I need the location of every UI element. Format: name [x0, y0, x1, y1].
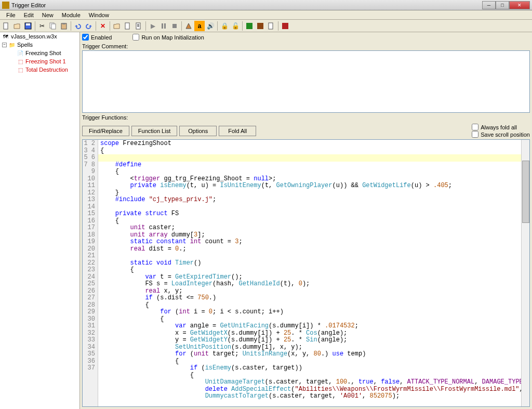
- window-title: Trigger Editor: [11, 2, 482, 8]
- tree-root[interactable]: 🗺 vJass_lesson.w3x: [0, 32, 79, 41]
- close-button[interactable]: ✕: [509, 1, 530, 9]
- tool-icon-4[interactable]: [255, 21, 265, 31]
- vertical-scrollbar[interactable]: [521, 140, 529, 406]
- new-script-icon[interactable]: [134, 21, 144, 31]
- svg-rect-11: [172, 24, 177, 28]
- run-on-init-input[interactable]: [132, 34, 139, 41]
- function-list-button[interactable]: Function List: [131, 126, 177, 136]
- toolbar: ✂ ✕ ▶ a 🔊 🔒 🔓: [0, 20, 532, 32]
- unlock-icon[interactable]: 🔓: [230, 21, 241, 31]
- copy-icon[interactable]: [48, 21, 58, 31]
- svg-rect-0: [4, 23, 8, 29]
- content-panel: Enabled Run on Map Initialization Trigge…: [80, 32, 532, 409]
- svg-rect-7: [125, 23, 129, 29]
- options-button[interactable]: Options: [179, 126, 217, 136]
- svg-rect-14: [269, 23, 273, 29]
- svg-rect-12: [246, 23, 252, 29]
- script-icon: 📄: [17, 49, 24, 57]
- save-scroll-label: Save scroll position: [481, 131, 530, 138]
- svg-rect-10: [164, 23, 166, 29]
- disabled-script-icon: ⬚: [17, 66, 24, 73]
- collapse-icon[interactable]: −: [2, 43, 7, 47]
- button-row: Find/Replace Function List Options Fold …: [80, 122, 532, 139]
- enabled-checkbox[interactable]: Enabled: [82, 34, 112, 41]
- sound-icon[interactable]: 🔊: [205, 21, 216, 31]
- enabled-label: Enabled: [91, 34, 112, 41]
- save-scroll-input[interactable]: [472, 131, 478, 138]
- menu-file[interactable]: File: [2, 11, 20, 19]
- line-gutter: 1 2 3 4 5 6 7 8 9 10 11 12 13 14 15 16 1…: [83, 140, 98, 406]
- tree-item-1-label: Freezing Shot: [25, 50, 61, 56]
- app-icon: [2, 2, 9, 9]
- tree-item-2-label: Freezing Shot 1: [25, 58, 66, 64]
- code-content[interactable]: scope FreezingShoot { #define { <trigger…: [98, 140, 521, 406]
- tool-icon-2[interactable]: a: [194, 21, 205, 31]
- svg-rect-4: [51, 24, 56, 29]
- checkbox-row: Enabled Run on Map Initialization: [80, 32, 532, 42]
- code-editor[interactable]: 1 2 3 4 5 6 7 8 9 10 11 12 13 14 15 16 1…: [82, 139, 530, 407]
- run-on-init-label: Run on Map Initialization: [141, 34, 204, 41]
- disabled-script-icon: ⬚: [17, 58, 24, 65]
- menubar: File Edit New Module Window: [0, 10, 532, 20]
- menu-module[interactable]: Module: [58, 11, 85, 19]
- tree-item-2[interactable]: ⬚ Freezing Shot 1: [0, 57, 79, 65]
- always-fold-label: Always fold all: [481, 124, 517, 130]
- run-on-init-checkbox[interactable]: Run on Map Initialization: [132, 34, 204, 41]
- new-trigger-icon[interactable]: [123, 21, 133, 31]
- trigger-comment-label: Trigger Comment:: [80, 42, 532, 50]
- map-icon: 🗺: [2, 33, 9, 40]
- minimize-button[interactable]: ─: [482, 1, 496, 9]
- always-fold-checkbox[interactable]: Always fold all: [472, 124, 530, 130]
- trigger-functions-label: Trigger Functions:: [80, 113, 532, 122]
- fold-all-button[interactable]: Fold All: [219, 126, 256, 136]
- tree-item-3-label: Total Destruction: [25, 67, 68, 73]
- folder-icon: 📁: [8, 41, 16, 48]
- cut-icon[interactable]: ✂: [37, 21, 47, 31]
- menu-new[interactable]: New: [38, 11, 58, 19]
- svg-rect-6: [62, 23, 65, 24]
- save-icon[interactable]: [23, 21, 33, 31]
- tool-icon-6[interactable]: [280, 21, 290, 31]
- trigger-tree[interactable]: 🗺 vJass_lesson.w3x − 📁 Spells 📄 Freezing…: [0, 32, 80, 409]
- paste-icon[interactable]: [59, 21, 69, 31]
- find-replace-button[interactable]: Find/Replace: [82, 126, 129, 136]
- svg-rect-13: [257, 23, 263, 29]
- tree-root-label: vJass_lesson.w3x: [11, 33, 57, 39]
- new-file-icon[interactable]: [1, 21, 11, 31]
- tool-icon-1[interactable]: [183, 21, 194, 31]
- save-scroll-checkbox[interactable]: Save scroll position: [472, 131, 530, 138]
- menu-edit[interactable]: Edit: [20, 11, 38, 19]
- tool-icon-3[interactable]: [244, 21, 255, 31]
- titlebar: Trigger Editor ─ □ ✕: [0, 0, 532, 10]
- menu-window[interactable]: Window: [85, 11, 113, 19]
- scrollbar-thumb[interactable]: [522, 161, 529, 223]
- open-file-icon[interactable]: [12, 21, 22, 31]
- maximize-button[interactable]: □: [496, 1, 509, 9]
- tree-folder[interactable]: − 📁 Spells: [0, 41, 79, 49]
- tree-folder-label: Spells: [17, 42, 33, 48]
- tool-icon-5[interactable]: [266, 21, 276, 31]
- enabled-checkbox-input[interactable]: [82, 34, 89, 41]
- svg-rect-8: [136, 23, 140, 29]
- redo-icon[interactable]: [84, 21, 94, 31]
- window-controls: ─ □ ✕: [482, 1, 530, 9]
- delete-icon[interactable]: ✕: [98, 21, 108, 31]
- lock-icon[interactable]: 🔒: [219, 21, 230, 31]
- play-icon[interactable]: ▶: [148, 21, 158, 31]
- svg-rect-2: [26, 23, 30, 25]
- undo-icon[interactable]: [73, 21, 83, 31]
- always-fold-input[interactable]: [472, 124, 478, 130]
- svg-rect-9: [162, 23, 163, 29]
- svg-rect-15: [282, 23, 288, 29]
- new-category-icon[interactable]: [112, 21, 122, 31]
- main-layout: 🗺 vJass_lesson.w3x − 📁 Spells 📄 Freezing…: [0, 32, 532, 409]
- stop-icon[interactable]: [169, 21, 180, 31]
- tree-item-3[interactable]: ⬚ Total Destruction: [0, 65, 79, 74]
- right-checks: Always fold all Save scroll position: [472, 124, 530, 138]
- pause-icon[interactable]: [158, 21, 169, 31]
- trigger-comment-box[interactable]: [82, 50, 530, 113]
- tree-item-1[interactable]: 📄 Freezing Shot: [0, 49, 79, 57]
